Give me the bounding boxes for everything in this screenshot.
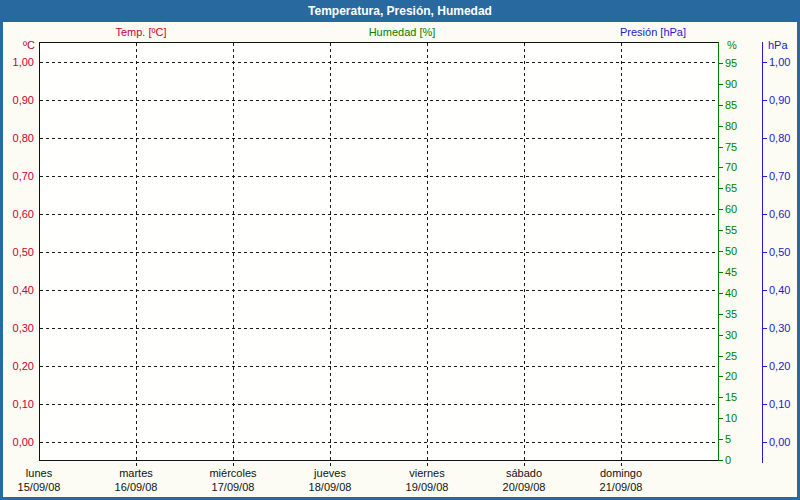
pressure-tick-label: 0,80 bbox=[769, 132, 790, 144]
pressure-tick-label: 0,20 bbox=[769, 360, 790, 372]
day-label: miércoles 17/09/08 bbox=[209, 466, 256, 494]
pressure-tick-mark bbox=[762, 138, 767, 139]
vertical-gridline bbox=[427, 43, 428, 466]
pressure-tick-label: 0,00 bbox=[769, 436, 790, 448]
humidity-tick-mark bbox=[718, 335, 723, 336]
day-date: 21/09/08 bbox=[600, 480, 643, 494]
pressure-tick-mark bbox=[762, 62, 767, 63]
temp-axis-unit: ºC bbox=[0, 39, 35, 52]
humidity-tick-label: 35 bbox=[725, 308, 737, 320]
humidity-tick-mark bbox=[718, 188, 723, 189]
humidity-tick-mark bbox=[718, 314, 723, 315]
temp-tick-label: 0,70 bbox=[0, 170, 34, 182]
pressure-tick-label: 0,50 bbox=[769, 246, 790, 258]
day-name: viernes bbox=[406, 466, 449, 480]
humidity-tick-mark bbox=[718, 209, 723, 210]
humidity-tick-mark bbox=[718, 230, 723, 231]
pressure-tick-mark bbox=[762, 100, 767, 101]
day-date: 16/09/08 bbox=[115, 480, 158, 494]
humidity-tick-label: 80 bbox=[725, 120, 737, 132]
humidity-tick-mark bbox=[718, 439, 723, 440]
day-label: viernes 19/09/08 bbox=[406, 466, 449, 494]
horizontal-gridline bbox=[40, 100, 718, 101]
temp-tick-label: 0,20 bbox=[0, 360, 34, 372]
day-date: 19/09/08 bbox=[406, 480, 449, 494]
title-bar: Temperatura, Presión, Humedad bbox=[0, 0, 800, 22]
vertical-gridline bbox=[330, 43, 331, 466]
vertical-gridline bbox=[136, 43, 137, 466]
weather-chart-window: Temperatura, Presión, Humedad Temp. [ºC]… bbox=[0, 0, 800, 500]
pressure-tick-mark bbox=[762, 442, 767, 443]
pressure-tick-mark bbox=[762, 328, 767, 329]
humidity-tick-label: 0 bbox=[725, 454, 731, 466]
temp-tick-label: 0,40 bbox=[0, 284, 34, 296]
day-date: 18/09/08 bbox=[309, 480, 352, 494]
pressure-tick-mark bbox=[762, 290, 767, 291]
humidity-tick-label: 45 bbox=[725, 266, 737, 278]
horizontal-gridline bbox=[40, 214, 718, 215]
humidity-tick-mark bbox=[718, 126, 723, 127]
horizontal-gridline bbox=[40, 290, 718, 291]
pressure-tick-label: 0,60 bbox=[769, 208, 790, 220]
horizontal-gridline bbox=[40, 328, 718, 329]
humidity-tick-label: 15 bbox=[725, 391, 737, 403]
humidity-tick-label: 85 bbox=[725, 99, 737, 111]
pressure-tick-label: 0,10 bbox=[769, 398, 790, 410]
pressure-tick-mark bbox=[762, 404, 767, 405]
day-name: sábado bbox=[503, 466, 546, 480]
temp-tick-label: 0,80 bbox=[0, 132, 34, 144]
horizontal-gridline bbox=[40, 442, 718, 443]
horizontal-gridline bbox=[40, 62, 718, 63]
humidity-tick-mark bbox=[718, 84, 723, 85]
humidity-tick-mark bbox=[718, 167, 723, 168]
pressure-axis-unit: hPa bbox=[768, 39, 788, 52]
temp-tick-label: 0,50 bbox=[0, 246, 34, 258]
page-title: Temperatura, Presión, Humedad bbox=[308, 4, 492, 18]
day-date: 17/09/08 bbox=[209, 480, 256, 494]
humidity-tick-label: 95 bbox=[725, 57, 737, 69]
humidity-axis-unit: % bbox=[722, 39, 742, 52]
humidity-tick-mark bbox=[718, 293, 723, 294]
humidity-tick-label: 25 bbox=[725, 350, 737, 362]
humidity-tick-mark bbox=[718, 460, 723, 461]
temp-tick-label: 1,00 bbox=[0, 56, 34, 68]
vertical-gridline bbox=[621, 43, 622, 466]
horizontal-gridline bbox=[40, 138, 718, 139]
horizontal-gridline bbox=[40, 176, 718, 177]
humidity-tick-label: 65 bbox=[725, 182, 737, 194]
humidity-tick-label: 60 bbox=[725, 203, 737, 215]
humidity-tick-label: 55 bbox=[725, 224, 737, 236]
horizontal-gridline bbox=[40, 404, 718, 405]
humidity-tick-label: 5 bbox=[725, 433, 731, 445]
humidity-tick-label: 40 bbox=[725, 287, 737, 299]
temp-tick-label: 0,30 bbox=[0, 322, 34, 334]
pressure-tick-label: 0,90 bbox=[769, 94, 790, 106]
day-name: domingo bbox=[600, 466, 643, 480]
pressure-tick-mark bbox=[762, 252, 767, 253]
temp-tick-label: 0,90 bbox=[0, 94, 34, 106]
temp-tick-label: 0,10 bbox=[0, 398, 34, 410]
temp-tick-label: 0,60 bbox=[0, 208, 34, 220]
humidity-tick-mark bbox=[718, 356, 723, 357]
humidity-tick-mark bbox=[718, 251, 723, 252]
legend-temp-label: Temp. [ºC] bbox=[115, 26, 166, 39]
horizontal-gridline bbox=[40, 252, 718, 253]
pressure-tick-label: 0,30 bbox=[769, 322, 790, 334]
humidity-tick-mark bbox=[718, 147, 723, 148]
horizontal-gridline bbox=[40, 366, 718, 367]
day-date: 20/09/08 bbox=[503, 480, 546, 494]
pressure-tick-label: 0,40 bbox=[769, 284, 790, 296]
temp-tick-label: 0,00 bbox=[0, 436, 34, 448]
pressure-tick-label: 0,70 bbox=[769, 170, 790, 182]
pressure-tick-mark bbox=[762, 176, 767, 177]
humidity-tick-mark bbox=[718, 397, 723, 398]
humidity-tick-label: 70 bbox=[725, 161, 737, 173]
legend-pressure-label: Presión [hPa] bbox=[620, 26, 686, 39]
day-label: domingo 21/09/08 bbox=[600, 466, 643, 494]
day-name: martes bbox=[115, 466, 158, 480]
pressure-tick-label: 1,00 bbox=[769, 56, 790, 68]
vertical-gridline bbox=[524, 43, 525, 466]
humidity-tick-mark bbox=[718, 105, 723, 106]
pressure-tick-mark bbox=[762, 214, 767, 215]
humidity-tick-label: 50 bbox=[725, 245, 737, 257]
